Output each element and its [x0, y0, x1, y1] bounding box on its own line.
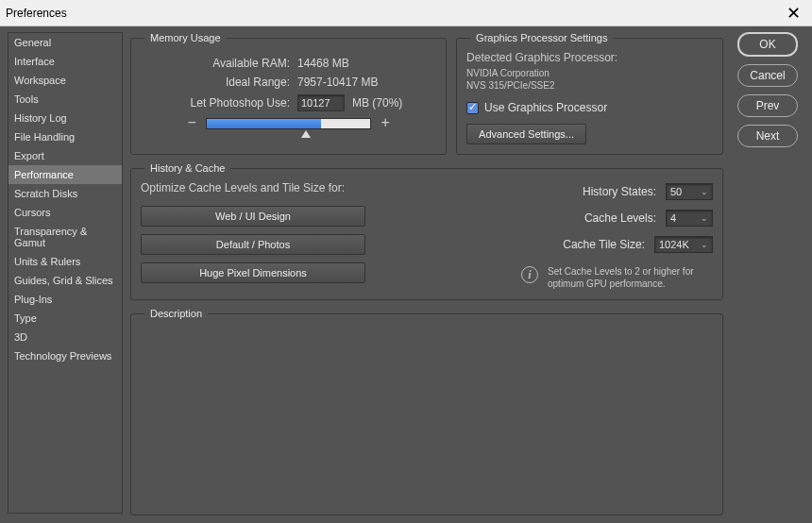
sidebar-item-scratch-disks[interactable]: Scratch Disks	[8, 184, 122, 203]
top-row: Memory Usage Available RAM: 14468 MB Ide…	[130, 32, 723, 155]
sidebar-item-3d[interactable]: 3D	[8, 328, 122, 346]
ok-button[interactable]: OK	[737, 32, 798, 57]
memory-slider-fill	[207, 119, 321, 128]
sidebar-item-workspace[interactable]: Workspace	[8, 71, 122, 90]
memory-slider[interactable]	[206, 118, 371, 129]
gpu-vendor: NVIDIA Corporation	[466, 68, 713, 80]
gpu-model: NVS 315/PCIe/SSE2	[466, 80, 713, 93]
chevron-down-icon: ⌄	[701, 240, 708, 249]
sidebar-item-type[interactable]: Type	[8, 309, 122, 328]
history-states-label: History States:	[583, 185, 656, 198]
history-cache-group: History & Cache Optimize Cache Levels an…	[130, 162, 723, 300]
memory-usage-legend: Memory Usage	[144, 32, 227, 43]
memory-slider-marker-icon	[301, 130, 311, 138]
history-states-value: 50	[670, 186, 682, 197]
sidebar-item-cursors[interactable]: Cursors	[8, 203, 122, 222]
sidebar-item-technology-previews[interactable]: Technology Previews	[8, 346, 122, 365]
info-icon: i	[521, 266, 538, 283]
web-ui-design-button[interactable]: Web / UI Design	[141, 206, 365, 227]
advanced-settings-button[interactable]: Advanced Settings...	[466, 124, 586, 144]
chevron-down-icon: ⌄	[701, 187, 708, 196]
sidebar-item-plug-ins[interactable]: Plug-Ins	[8, 290, 122, 309]
cache-tile-size-select[interactable]: 1024K ⌄	[654, 236, 713, 253]
sidebar-item-history-log[interactable]: History Log	[8, 109, 122, 127]
close-icon[interactable]: ✕	[781, 3, 806, 24]
chevron-down-icon: ⌄	[701, 213, 708, 223]
content: Memory Usage Available RAM: 14468 MB Ide…	[130, 32, 804, 515]
sidebar-item-general[interactable]: General	[8, 33, 122, 52]
let-use-input[interactable]	[297, 94, 345, 111]
available-ram-label: Available RAM:	[141, 57, 290, 70]
cache-levels-select[interactable]: 4 ⌄	[666, 210, 713, 227]
sidebar: General Interface Workspace Tools Histor…	[8, 32, 123, 514]
sidebar-item-guides-grid-slices[interactable]: Guides, Grid & Slices	[8, 271, 122, 290]
sidebar-item-interface[interactable]: Interface	[8, 52, 122, 71]
description-group: Description	[130, 308, 723, 515]
sidebar-item-export[interactable]: Export	[8, 146, 122, 165]
sidebar-item-file-handling[interactable]: File Handling	[8, 127, 122, 146]
sidebar-item-tools[interactable]: Tools	[8, 90, 122, 109]
window-title: Preferences	[6, 7, 67, 20]
history-cache-legend: History & Cache	[144, 162, 230, 174]
huge-pixel-button[interactable]: Huge Pixel Dimensions	[141, 262, 365, 283]
gpu-settings-legend: Graphics Processor Settings	[470, 32, 613, 43]
memory-plus-button[interactable]: +	[379, 117, 392, 130]
available-ram-value: 14468 MB	[297, 57, 349, 70]
ideal-range-value: 7957-10417 MB	[297, 76, 378, 89]
cancel-button[interactable]: Cancel	[737, 64, 798, 87]
main: General Interface Workspace Tools Histor…	[0, 26, 812, 523]
cache-tile-size-value: 1024K	[659, 239, 689, 250]
use-gpu-label: Use Graphics Processor	[484, 101, 607, 114]
ideal-range-label: Ideal Range:	[141, 76, 290, 89]
default-photos-button[interactable]: Default / Photos	[141, 234, 365, 255]
titlebar: Preferences ✕	[0, 0, 812, 26]
cache-tile-size-label: Cache Tile Size:	[563, 238, 645, 251]
history-states-select[interactable]: 50 ⌄	[666, 183, 713, 200]
prev-button[interactable]: Prev	[737, 94, 798, 117]
gpu-settings-group: Graphics Processor Settings Detected Gra…	[456, 32, 723, 155]
detected-gpu-label: Detected Graphics Processor:	[466, 51, 713, 64]
description-legend: Description	[144, 308, 208, 319]
sidebar-item-units-rulers[interactable]: Units & Rulers	[8, 252, 122, 271]
cache-info-text: Set Cache Levels to 2 or higher for opti…	[548, 266, 713, 290]
next-button[interactable]: Next	[737, 125, 798, 147]
let-use-label: Let Photoshop Use:	[141, 96, 290, 110]
let-use-suffix: MB (70%)	[352, 96, 402, 110]
use-gpu-checkbox[interactable]	[466, 102, 479, 114]
content-left: Memory Usage Available RAM: 14468 MB Ide…	[130, 32, 723, 515]
action-column: OK Cancel Prev Next	[731, 32, 804, 515]
sidebar-item-transparency-gamut[interactable]: Transparency & Gamut	[8, 222, 122, 252]
sidebar-item-performance[interactable]: Performance	[8, 165, 122, 184]
optimize-label: Optimize Cache Levels and Tile Size for:	[141, 181, 365, 194]
memory-usage-group: Memory Usage Available RAM: 14468 MB Ide…	[130, 32, 447, 155]
cache-levels-value: 4	[670, 212, 676, 224]
cache-levels-label: Cache Levels:	[584, 211, 656, 225]
memory-minus-button[interactable]: −	[185, 117, 198, 130]
